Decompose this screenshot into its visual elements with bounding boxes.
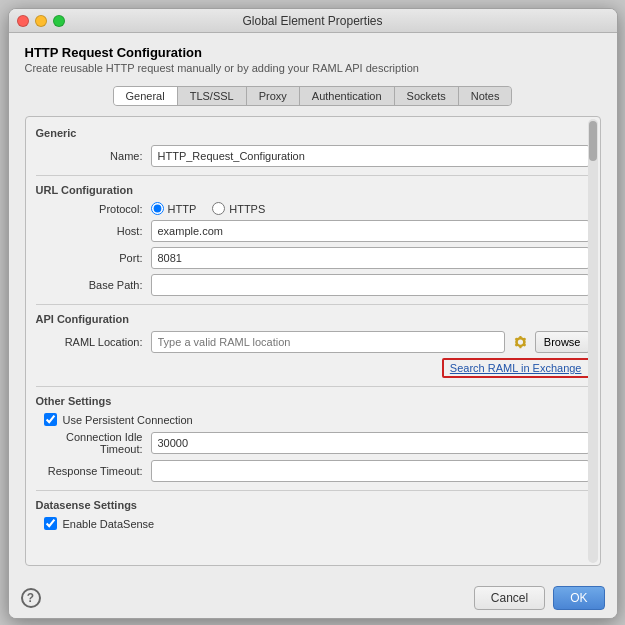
scrollbar-thumb[interactable] bbox=[589, 121, 597, 161]
api-config-section-label: API Configuration bbox=[36, 313, 590, 325]
ok-button[interactable]: OK bbox=[553, 586, 604, 610]
base-path-label: Base Path: bbox=[36, 279, 151, 291]
divider-3 bbox=[36, 386, 590, 387]
enable-datasense-label: Enable DataSense bbox=[63, 518, 155, 530]
port-input[interactable] bbox=[151, 247, 590, 269]
host-label: Host: bbox=[36, 225, 151, 237]
exchange-row: Search RAML in Exchange bbox=[36, 358, 590, 378]
tabs-container: General TLS/SSL Proxy Authentication Soc… bbox=[25, 86, 601, 106]
tab-general[interactable]: General bbox=[114, 87, 178, 105]
raml-input[interactable] bbox=[151, 331, 505, 353]
divider-1 bbox=[36, 175, 590, 176]
protocol-http-radio[interactable] bbox=[151, 202, 164, 215]
protocol-http-option[interactable]: HTTP bbox=[151, 202, 197, 215]
raml-label: RAML Location: bbox=[36, 336, 151, 348]
response-timeout-input[interactable] bbox=[151, 460, 590, 482]
title-bar: Global Element Properties bbox=[9, 9, 617, 33]
traffic-lights bbox=[17, 15, 65, 27]
minimize-button[interactable] bbox=[35, 15, 47, 27]
tab-proxy[interactable]: Proxy bbox=[247, 87, 300, 105]
page-title: HTTP Request Configuration bbox=[25, 45, 601, 60]
footer-buttons: Cancel OK bbox=[474, 586, 605, 610]
persistent-connection-checkbox[interactable] bbox=[44, 413, 57, 426]
raml-gear-button[interactable] bbox=[509, 331, 531, 353]
protocol-https-radio[interactable] bbox=[212, 202, 225, 215]
protocol-label: Protocol: bbox=[36, 203, 151, 215]
port-label: Port: bbox=[36, 252, 151, 264]
divider-4 bbox=[36, 490, 590, 491]
base-path-input[interactable] bbox=[151, 274, 590, 296]
tab-tls-ssl[interactable]: TLS/SSL bbox=[178, 87, 247, 105]
browse-button[interactable]: Browse bbox=[535, 331, 590, 353]
idle-timeout-input[interactable] bbox=[151, 432, 590, 454]
raml-row: RAML Location: Browse bbox=[36, 331, 590, 353]
scrollbar-track bbox=[588, 119, 598, 563]
idle-timeout-row: Connection Idle Timeout: bbox=[36, 431, 590, 455]
protocol-http-label: HTTP bbox=[168, 203, 197, 215]
tab-authentication[interactable]: Authentication bbox=[300, 87, 395, 105]
other-settings-section-label: Other Settings bbox=[36, 395, 590, 407]
name-input[interactable] bbox=[151, 145, 590, 167]
idle-timeout-label: Connection Idle Timeout: bbox=[36, 431, 151, 455]
persistent-connection-row: Use Persistent Connection bbox=[36, 413, 590, 426]
protocol-https-label: HTTPS bbox=[229, 203, 265, 215]
host-input[interactable] bbox=[151, 220, 590, 242]
name-row: Name: bbox=[36, 145, 590, 167]
exchange-link[interactable]: Search RAML in Exchange bbox=[442, 358, 590, 378]
page-subtitle: Create reusable HTTP request manually or… bbox=[25, 62, 601, 74]
maximize-button[interactable] bbox=[53, 15, 65, 27]
response-timeout-row: Response Timeout: bbox=[36, 460, 590, 482]
enable-datasense-checkbox[interactable] bbox=[44, 517, 57, 530]
tabs: General TLS/SSL Proxy Authentication Soc… bbox=[113, 86, 513, 106]
tab-notes[interactable]: Notes bbox=[459, 87, 512, 105]
response-timeout-label: Response Timeout: bbox=[36, 465, 151, 477]
base-path-row: Base Path: bbox=[36, 274, 590, 296]
divider-2 bbox=[36, 304, 590, 305]
close-button[interactable] bbox=[17, 15, 29, 27]
protocol-radio-group: HTTP HTTPS bbox=[151, 202, 266, 215]
name-label: Name: bbox=[36, 150, 151, 162]
protocol-https-option[interactable]: HTTPS bbox=[212, 202, 265, 215]
port-row: Port: bbox=[36, 247, 590, 269]
help-button[interactable]: ? bbox=[21, 588, 41, 608]
gear-icon bbox=[513, 335, 527, 349]
window-title: Global Element Properties bbox=[242, 14, 382, 28]
generic-section-label: Generic bbox=[36, 127, 590, 139]
content-area: HTTP Request Configuration Create reusab… bbox=[9, 33, 617, 578]
tab-sockets[interactable]: Sockets bbox=[395, 87, 459, 105]
cancel-button[interactable]: Cancel bbox=[474, 586, 545, 610]
form-area: Generic Name: URL Configuration Protocol… bbox=[25, 116, 601, 566]
protocol-row: Protocol: HTTP HTTPS bbox=[36, 202, 590, 215]
persistent-connection-label: Use Persistent Connection bbox=[63, 414, 193, 426]
dialog-window: Global Element Properties HTTP Request C… bbox=[8, 8, 618, 619]
enable-datasense-row: Enable DataSense bbox=[36, 517, 590, 530]
url-config-section-label: URL Configuration bbox=[36, 184, 590, 196]
footer: ? Cancel OK bbox=[9, 578, 617, 618]
host-row: Host: bbox=[36, 220, 590, 242]
datasense-section-label: Datasense Settings bbox=[36, 499, 590, 511]
